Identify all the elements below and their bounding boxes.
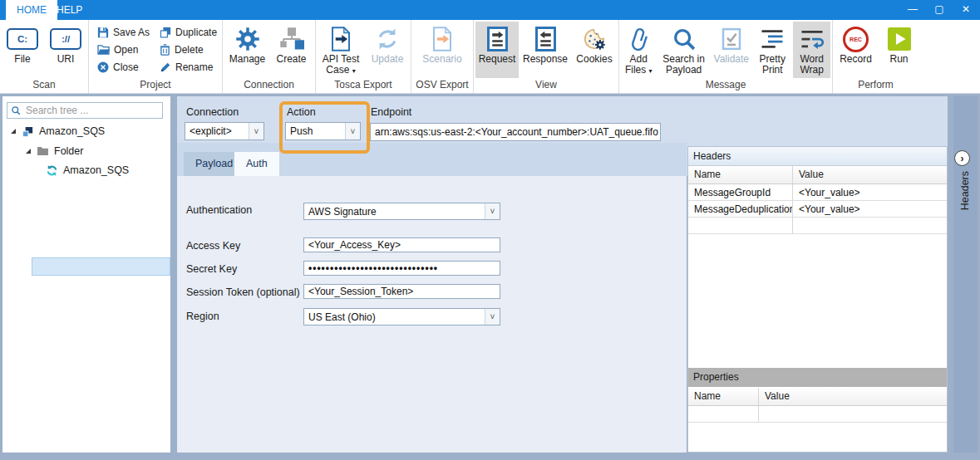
- authentication-select[interactable]: AWS Signature ˅: [303, 203, 500, 220]
- dropdown-caret-icon: ▾: [649, 67, 653, 75]
- uri-button[interactable]: :// URI: [48, 22, 83, 78]
- api-test-case-button[interactable]: API Test Case ▾: [318, 22, 363, 78]
- tree-item-folder[interactable]: Folder: [25, 143, 83, 159]
- save-as-button[interactable]: Save As: [97, 25, 150, 40]
- header-name-cell[interactable]: [688, 218, 793, 233]
- word-wrap-button[interactable]: Word Wrap: [793, 22, 830, 78]
- scenario-button[interactable]: Scenario: [418, 22, 466, 78]
- region-value: US East (Ohio): [304, 311, 485, 323]
- session-token-input[interactable]: <Your_Session_Token>: [303, 284, 500, 299]
- property-name-cell[interactable]: [688, 406, 759, 422]
- ribbon: C: File :// URI Scan Save As: [0, 20, 980, 94]
- tree-item-label: Folder: [54, 145, 83, 157]
- tree-sidebar: Amazon_SQS Folder Amazon_SQS: [2, 96, 170, 453]
- run-button[interactable]: Run: [883, 22, 916, 78]
- authentication-label: Authentication: [186, 204, 252, 216]
- access-key-input[interactable]: <Your_Access_Key>: [303, 237, 500, 252]
- validate-button[interactable]: Validate: [712, 22, 751, 78]
- open-button[interactable]: Open: [97, 42, 150, 57]
- chevron-down-icon[interactable]: ˅: [345, 123, 360, 139]
- search-input[interactable]: [24, 104, 162, 117]
- manage-button[interactable]: Manage: [227, 22, 268, 78]
- tree-item-amazon-sqs-root[interactable]: Amazon_SQS: [10, 123, 105, 139]
- connection-select[interactable]: <explicit> ˅: [185, 122, 264, 140]
- side-tab-headers[interactable]: Headers: [953, 171, 977, 224]
- file-scan-icon: C:: [7, 28, 38, 50]
- tab-auth[interactable]: Auth: [234, 152, 279, 176]
- create-button[interactable]: Create: [272, 22, 312, 78]
- group-label-scan: Scan: [0, 78, 88, 93]
- pretty-print-button[interactable]: Pretty Print: [754, 22, 791, 78]
- connection-label: Connection: [186, 106, 239, 118]
- rename-button[interactable]: Rename: [160, 60, 217, 75]
- pretty-print-icon: [760, 28, 785, 50]
- cookie-icon: [582, 27, 607, 51]
- expand-headers-button[interactable]: ›: [954, 150, 970, 166]
- close-button[interactable]: ✕: [953, 0, 978, 20]
- pencil-icon: [160, 61, 171, 73]
- delete-button[interactable]: Delete: [160, 42, 217, 57]
- search-icon: [672, 27, 697, 51]
- action-select[interactable]: Push ˅: [285, 122, 361, 140]
- ribbon-group-tosca-export: API Test Case ▾ Update Tosca Export: [316, 20, 411, 93]
- headers-table-header: Name Value: [688, 166, 947, 184]
- group-label-osv-export: OSV Export: [411, 78, 473, 93]
- search-icon: [11, 105, 21, 115]
- run-play-icon: [888, 27, 911, 51]
- record-button[interactable]: REC Record: [836, 22, 876, 78]
- maximize-button[interactable]: ▢: [927, 0, 952, 20]
- secret-key-value: ••••••••••••••••••••••••••••••: [304, 262, 500, 274]
- header-name-cell[interactable]: MessageDeduplication: [688, 201, 793, 217]
- headers-row[interactable]: MessageDeduplication <Your_value>: [688, 201, 947, 218]
- ribbon-group-connection: Manage Create Connection: [223, 20, 316, 93]
- headers-col-name[interactable]: Name: [688, 166, 793, 184]
- close-project-button[interactable]: Close: [97, 60, 150, 75]
- duplicate-button[interactable]: Duplicate: [160, 25, 217, 40]
- endpoint-input[interactable]: arn:aws:sqs:us-east-2:<Your_account_numb…: [370, 123, 661, 141]
- chevron-down-icon[interactable]: ˅: [485, 309, 500, 325]
- session-token-label: Session Token (optional): [186, 286, 300, 298]
- trash-icon: [160, 44, 170, 56]
- region-select[interactable]: US East (Ohio) ˅: [303, 308, 500, 325]
- header-value-cell[interactable]: <Your_value>: [793, 184, 947, 200]
- minimize-button[interactable]: —: [900, 0, 925, 20]
- headers-row[interactable]: MessageGroupId <Your_value>: [688, 184, 947, 201]
- group-label-message: Message: [619, 78, 832, 93]
- cookies-button[interactable]: Cookies: [572, 22, 617, 78]
- endpoint-value: arn:aws:sqs:us-east-2:<Your_account_numb…: [371, 126, 660, 138]
- group-label-project: Project: [89, 78, 222, 93]
- secret-key-input[interactable]: ••••••••••••••••••••••••••••••: [303, 261, 500, 276]
- update-button[interactable]: Update: [367, 22, 408, 78]
- header-value-cell[interactable]: [793, 218, 947, 233]
- ribbon-group-osv-export: Scenario OSV Export: [411, 20, 474, 93]
- gear-icon: [235, 27, 260, 51]
- add-files-button[interactable]: Add Files ▾: [621, 22, 657, 78]
- access-key-value: <Your_Access_Key>: [304, 239, 500, 251]
- response-button[interactable]: Response: [521, 22, 569, 78]
- access-key-label: Access Key: [186, 240, 240, 252]
- tab-help[interactable]: HELP: [46, 0, 93, 20]
- file-button[interactable]: C: File: [5, 22, 40, 78]
- refresh-icon: [46, 164, 58, 177]
- property-value-cell[interactable]: [759, 406, 947, 422]
- ribbon-group-scan: C: File :// URI Scan: [0, 20, 89, 93]
- search-in-payload-button[interactable]: Search in Payload: [659, 22, 709, 78]
- header-name-cell[interactable]: MessageGroupId: [688, 184, 793, 200]
- connection-value: <explicit>: [185, 125, 249, 137]
- properties-row-empty[interactable]: [688, 406, 947, 423]
- request-button[interactable]: Request: [475, 22, 519, 78]
- tree-expander-icon[interactable]: [10, 128, 17, 135]
- chevron-down-icon[interactable]: ˅: [249, 123, 263, 139]
- properties-panel-title: Properties: [688, 368, 947, 387]
- folder-icon: [37, 146, 49, 156]
- chevron-down-icon[interactable]: ˅: [485, 203, 500, 219]
- group-label-perform: Perform: [833, 78, 918, 93]
- header-value-cell[interactable]: <Your_value>: [793, 201, 947, 217]
- properties-col-name[interactable]: Name: [688, 388, 759, 405]
- tree-expander-icon[interactable]: [25, 148, 32, 154]
- properties-col-value[interactable]: Value: [759, 388, 947, 405]
- tree-item-label: Amazon_SQS: [39, 125, 105, 137]
- headers-row-empty[interactable]: [688, 218, 947, 234]
- tree-item-amazon-sqs-selected[interactable]: Amazon_SQS: [46, 162, 129, 179]
- headers-col-value[interactable]: Value: [793, 166, 947, 184]
